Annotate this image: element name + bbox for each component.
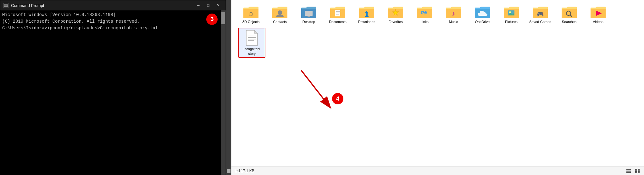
annotation-arrow — [231, 0, 644, 166]
folder-searches-icon — [561, 5, 577, 19]
folder-onedrive-icon — [474, 5, 491, 19]
svg-rect-27 — [626, 169, 631, 170]
file-explorer-panel: ⬡ 3D Objects Contacts — [231, 0, 644, 175]
svg-rect-3 — [308, 16, 310, 17]
status-text: ted 17.1 KB — [235, 169, 254, 173]
folder-pictures-icon — [503, 5, 519, 19]
cmd-vscroll[interactable] — [226, 0, 231, 175]
folder-contacts-label: Contacts — [273, 20, 286, 24]
file-txt-icon — [245, 30, 259, 46]
folder-documents-icon — [330, 5, 346, 19]
cmd-titlebar: ⌨ Command Prompt ─ □ ✕ — [0, 0, 226, 10]
cmd-line-4: C:\Users\Isidora>ipconfig/displaydns>C:i… — [2, 25, 219, 32]
folder-documents-label: Documents — [329, 20, 347, 24]
cmd-titlebar-left: ⌨ Command Prompt — [3, 3, 44, 8]
scrollbar-thumb — [221, 12, 225, 24]
cmd-line-1: Microsoft Windows [Version 10.0.18363.11… — [2, 12, 219, 18]
cmd-title: Command Prompt — [11, 3, 44, 8]
cmd-icon: ⌨ — [3, 3, 8, 8]
svg-line-26 — [301, 70, 330, 107]
folder-videos[interactable]: Videos — [586, 4, 611, 25]
svg-point-1 — [278, 10, 282, 15]
folder-favorites-icon — [387, 5, 404, 19]
minimize-button[interactable]: ─ — [194, 2, 203, 9]
folder-contacts[interactable]: Contacts — [267, 4, 292, 25]
folder-music-icon: ♪ — [445, 5, 462, 19]
folder-pictures[interactable]: Pictures — [499, 4, 524, 25]
folder-3d-objects-icon: ⬡ — [243, 5, 259, 19]
folder-videos-icon — [590, 5, 606, 19]
cmd-body[interactable]: Microsoft Windows [Version 10.0.18363.11… — [0, 10, 221, 175]
folder-contacts-icon — [272, 5, 288, 19]
folder-favorites[interactable]: Favorites — [383, 4, 408, 25]
folder-saved-games-icon: 🎮 — [532, 5, 548, 19]
folder-3d-objects[interactable]: ⬡ 3D Objects — [238, 4, 264, 25]
folder-3d-objects-label: 3D Objects — [242, 20, 259, 24]
folder-onedrive[interactable]: OneDrive — [470, 4, 495, 25]
status-view-icons — [625, 167, 641, 174]
folder-downloads-label: Downloads — [358, 20, 375, 24]
explorer-status-bar: ted 17.1 KB — [231, 166, 644, 175]
svg-text:🎮: 🎮 — [537, 11, 544, 18]
svg-rect-31 — [638, 169, 640, 171]
folder-videos-label: Videos — [593, 20, 603, 24]
folder-documents[interactable]: Documents — [325, 4, 350, 25]
command-prompt-window: ⌨ Command Prompt ─ □ ✕ Microsoft Windows… — [0, 0, 226, 175]
folder-links[interactable]: Links — [412, 4, 437, 25]
svg-rect-5 — [335, 10, 340, 16]
folder-desktop[interactable]: Desktop — [296, 4, 321, 25]
svg-text:⬡: ⬡ — [249, 11, 253, 17]
folder-desktop-icon — [301, 5, 317, 19]
folder-saved-games-label: Saved Games — [529, 20, 551, 24]
folder-downloads[interactable]: Downloads — [354, 4, 379, 25]
folder-searches-label: Searches — [562, 20, 576, 24]
folder-searches[interactable]: Searches — [557, 4, 582, 25]
svg-rect-4 — [306, 17, 311, 17]
file-incognitohistory[interactable]: incognitohistory — [238, 28, 265, 58]
folder-favorites-label: Favorites — [388, 20, 402, 24]
folder-saved-games[interactable]: 🎮 Saved Games — [528, 4, 553, 25]
folder-desktop-label: Desktop — [303, 20, 315, 24]
folder-links-label: Links — [420, 20, 429, 24]
cmd-scrollbar[interactable] — [221, 10, 226, 175]
cmd-line-2: (C) 2019 Microsoft Corporation. All righ… — [2, 18, 219, 25]
maximize-button[interactable]: □ — [204, 2, 213, 9]
folder-links-icon — [416, 5, 433, 19]
folder-downloads-icon — [358, 5, 375, 19]
file-incognitohistory-label: incognitohistory — [244, 47, 260, 56]
details-view-button[interactable] — [634, 167, 641, 174]
svg-rect-2 — [305, 11, 313, 16]
list-view-button[interactable] — [625, 167, 632, 174]
folders-grid: ⬡ 3D Objects Contacts — [231, 0, 644, 166]
svg-rect-28 — [626, 171, 631, 172]
close-button[interactable]: ✕ — [214, 2, 223, 9]
folder-music-label: Music — [449, 20, 458, 24]
folder-onedrive-label: OneDrive — [475, 20, 490, 24]
svg-rect-29 — [626, 172, 631, 173]
folder-pictures-label: Pictures — [505, 20, 518, 24]
cmd-controls: ─ □ ✕ — [194, 2, 223, 9]
scroll-down-btn[interactable] — [227, 169, 230, 173]
svg-text:♪: ♪ — [452, 10, 455, 17]
svg-rect-32 — [635, 171, 637, 173]
step-4-badge: 4 — [332, 93, 343, 104]
svg-rect-33 — [638, 171, 640, 173]
svg-rect-30 — [635, 169, 637, 171]
folder-music[interactable]: ♪ Music — [441, 4, 466, 25]
